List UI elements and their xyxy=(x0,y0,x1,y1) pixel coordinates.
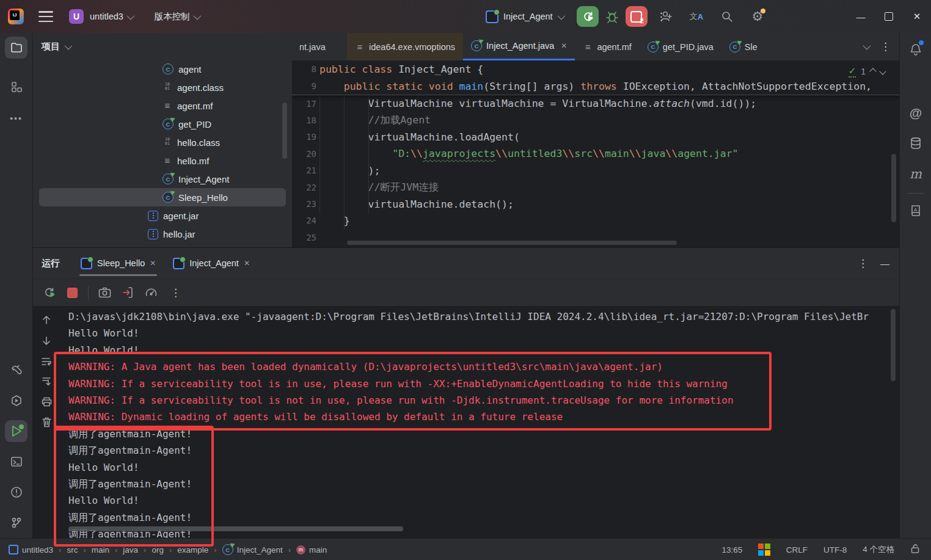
rerun-button[interactable] xyxy=(42,285,56,300)
console-line[interactable]: 调用了agentmain-Agent! xyxy=(68,426,869,442)
project-avatar[interactable]: U xyxy=(69,9,84,24)
ai-assistant-icon[interactable]: @ xyxy=(907,104,925,122)
close-button[interactable]: ✕ xyxy=(903,0,931,33)
breadcrumb-item[interactable]: example xyxy=(177,545,208,555)
tree-item[interactable]: ≡agent.mf xyxy=(33,96,292,115)
minimize-button[interactable]: — xyxy=(847,0,875,33)
run-more-options-icon[interactable]: ⋮ xyxy=(167,286,184,299)
tree-item[interactable]: 1001hello.class xyxy=(33,133,292,151)
console-line[interactable]: Hello World! xyxy=(68,342,869,358)
console-line[interactable]: 调用了agentmain-Agent! xyxy=(68,476,869,492)
clear-console-trash-icon[interactable] xyxy=(40,415,53,429)
services-tool-icon[interactable] xyxy=(5,390,27,412)
close-run-tab-icon[interactable]: ✕ xyxy=(150,259,156,267)
breadcrumb-item[interactable]: java xyxy=(123,545,138,555)
git-tool-icon[interactable] xyxy=(5,512,27,534)
tree-item[interactable]: hello.jar xyxy=(33,225,292,243)
editor-tab[interactable]: CInject_Agent.java✕ xyxy=(463,33,575,60)
console-horizontal-scrollbar[interactable] xyxy=(68,526,403,531)
run-tool-icon[interactable] xyxy=(5,420,27,442)
vcs-menu[interactable]: 版本控制 xyxy=(155,11,199,23)
breadcrumb-item[interactable]: CInject_Agent xyxy=(222,544,283,555)
project-tool-icon[interactable] xyxy=(5,37,27,59)
console-line[interactable]: WARNING: If a serviceability tool is in … xyxy=(68,376,869,392)
editor-tab[interactable]: ≡agent.mf xyxy=(575,33,639,60)
tree-item[interactable]: 1001agent.class xyxy=(33,78,292,96)
tab-options-icon[interactable]: ⋮ xyxy=(877,40,894,53)
code-line[interactable]: 9 public static void main(String[] args)… xyxy=(292,78,899,95)
editor-vertical-scrollbar[interactable] xyxy=(891,154,896,222)
hide-panel-icon[interactable]: — xyxy=(880,258,889,269)
run-config-selector[interactable]: Inject_Agent xyxy=(503,12,553,21)
translate-icon[interactable]: 文A xyxy=(688,8,705,25)
run-panel-options-icon[interactable]: ⋮ xyxy=(854,257,872,270)
tab-list-chevron-icon[interactable] xyxy=(857,38,874,56)
tree-item[interactable]: Cagent xyxy=(33,60,292,78)
editor-tab[interactable]: Cget_PID.java xyxy=(640,33,721,60)
breadcrumb-item[interactable]: src xyxy=(67,545,78,555)
code-editor[interactable]: 8public class Inject_Agent {9 public sta… xyxy=(292,60,899,247)
database-tool-icon[interactable] xyxy=(907,134,925,153)
run-tab[interactable]: Inject_Agent✕ xyxy=(164,248,258,278)
project-panel-header[interactable]: 项目 xyxy=(33,33,292,60)
profiler-gauge-icon[interactable] xyxy=(144,285,158,300)
code-line[interactable]: 24 } xyxy=(292,213,899,229)
code-line[interactable]: 21 ); xyxy=(292,162,899,179)
tree-item[interactable]: agent.jar xyxy=(33,206,292,225)
prev-problem-icon[interactable] xyxy=(869,68,876,75)
tree-item[interactable]: Cget_PID xyxy=(33,115,292,133)
console-line[interactable]: D:\javas\jdk2108\bin\java.exe "-javaagen… xyxy=(68,308,869,325)
console-output[interactable]: D:\javas\jdk2108\bin\java.exe "-javaagen… xyxy=(68,308,869,539)
editor-tab[interactable]: CSle xyxy=(721,33,765,60)
editor-horizontal-scrollbar[interactable] xyxy=(347,241,677,245)
lock-open-icon[interactable] xyxy=(910,544,920,556)
breadcrumb-item[interactable]: org xyxy=(152,545,164,555)
editor-tab[interactable]: nt.java xyxy=(292,33,347,60)
debug-button[interactable] xyxy=(604,8,621,25)
dictionary-tool-icon[interactable]: A xyxy=(907,202,925,220)
editor-tab[interactable]: ≡idea64.exe.vmoptions xyxy=(347,33,463,60)
indent-setting[interactable]: 4 个空格 xyxy=(863,544,894,555)
console[interactable]: D:\javas\jdk2108\bin\java.exe "-javaagen… xyxy=(33,306,899,539)
notifications-bell-icon[interactable] xyxy=(907,40,925,59)
console-line[interactable]: Hello World! xyxy=(68,459,869,476)
code-line[interactable]: 17 VirtualMachine virtualMachine = Virtu… xyxy=(292,95,899,112)
more-tool-windows-icon[interactable]: ••• xyxy=(5,107,27,129)
run-tab[interactable]: Sleep_Hello✕ xyxy=(72,248,164,278)
maven-tool-icon[interactable]: m xyxy=(907,165,925,183)
microsoft-defender-icon[interactable] xyxy=(758,544,770,556)
close-tab-icon[interactable]: ✕ xyxy=(561,42,567,50)
next-problem-icon[interactable] xyxy=(879,68,886,75)
code-line[interactable]: 23 virtualMachine.detach(); xyxy=(292,195,899,212)
code-line[interactable]: 8public class Inject_Agent { xyxy=(292,60,899,78)
cursor-position[interactable]: 13:65 xyxy=(721,545,742,555)
terminal-tool-icon[interactable] xyxy=(5,451,27,473)
console-line[interactable]: WARNING: Dynamic loading of agents will … xyxy=(68,409,869,425)
close-run-tab-icon[interactable]: ✕ xyxy=(244,259,250,267)
thread-dump-camera-icon[interactable] xyxy=(97,285,112,300)
code-line[interactable]: 19 virtualMachine.loadAgent( xyxy=(292,129,899,145)
problems-tool-icon[interactable] xyxy=(5,481,27,503)
file-encoding[interactable]: UTF-8 xyxy=(823,545,847,555)
code-line[interactable]: 22 //断开JVM连接 xyxy=(292,179,899,195)
console-line[interactable]: 调用了agentmain-Agent! xyxy=(68,442,869,459)
stop-button[interactable]: 2 xyxy=(626,6,648,27)
code-line[interactable]: 20 "D:\\javaprojects\\untitled3\\src\\ma… xyxy=(292,145,899,162)
breadcrumb-item[interactable]: untitled3 xyxy=(9,545,53,555)
tree-item[interactable]: CInject_Agent xyxy=(33,170,292,188)
scroll-down-icon[interactable] xyxy=(40,334,53,347)
run-button[interactable] xyxy=(577,6,599,27)
inspections-widget[interactable]: ✓ 1 xyxy=(849,65,885,78)
breadcrumb-item[interactable]: main xyxy=(92,545,109,555)
project-name-menu[interactable]: untitled3 xyxy=(90,12,133,21)
detach-process-icon[interactable] xyxy=(120,285,135,300)
breadcrumb-item[interactable]: mmain xyxy=(296,545,327,555)
console-line[interactable]: Hello World! xyxy=(68,492,869,509)
main-menu-icon[interactable] xyxy=(38,11,53,22)
console-line[interactable]: 调用了agentmain-Agent! xyxy=(68,509,869,526)
soft-wrap-icon[interactable] xyxy=(40,355,53,368)
tree-item[interactable]: ≡hello.mf xyxy=(33,151,292,170)
build-tool-icon[interactable] xyxy=(5,359,27,381)
print-icon[interactable] xyxy=(40,395,53,409)
tree-item[interactable]: CSleep_Hello xyxy=(39,188,286,206)
